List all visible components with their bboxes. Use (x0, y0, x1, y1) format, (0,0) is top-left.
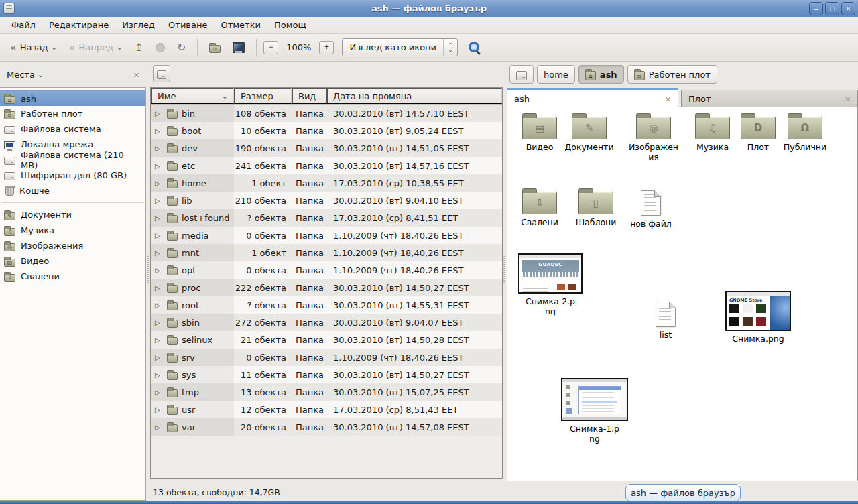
expander-icon[interactable]: ▷ (155, 162, 163, 170)
pathbar-button-Работен плот[interactable]: Работен плот (627, 65, 717, 84)
column-header-size[interactable]: Размер (234, 88, 292, 104)
row-date: 30.03.2010 (вт) 14,50,27 EEST (326, 279, 502, 296)
file-item-newfile[interactable]: нов файл (621, 188, 680, 229)
sidebar-place-item[interactable]: Документи (0, 207, 145, 223)
table-row[interactable]: ▷ selinux 21 обекта Папка 30.03.2010 (вт… (151, 331, 502, 349)
table-row[interactable]: ▷ proc 222 обекта Папка 30.03.2010 (вт) … (151, 279, 502, 296)
expander-icon[interactable]: ▷ (155, 424, 163, 431)
table-row[interactable]: ▷ boot 10 обекта Папка 30.03.2010 (вт) 9… (151, 122, 502, 139)
up-button[interactable]: ↥ (129, 39, 147, 56)
computer-button[interactable] (228, 39, 249, 56)
expander-icon[interactable]: ▷ (155, 267, 163, 274)
table-row[interactable]: ▷ mnt 1 обект Папка 1.10.2009 (чт) 18,40… (151, 244, 502, 261)
file-item-documents[interactable]: ✎ Документи (560, 111, 619, 152)
column-header-type[interactable]: Вид (292, 88, 326, 104)
expander-icon[interactable]: ▷ (155, 319, 163, 326)
close-button[interactable]: × (841, 2, 855, 15)
expander-icon[interactable]: ▷ (155, 406, 163, 414)
expander-icon[interactable]: ▷ (155, 302, 163, 309)
sidebar-place-item[interactable]: Работен плот (0, 106, 145, 121)
table-row[interactable]: ▷ tmp 13 обекта Папка 30.03.2010 (вт) 15… (151, 383, 502, 401)
pathbar-button-home[interactable]: home (537, 65, 575, 84)
menu-item-Редактиране[interactable]: Редактиране (43, 19, 115, 32)
file-item-snimka[interactable]: GNOME Store Снимка.png (721, 291, 796, 344)
sidebar-place-item[interactable]: ash (0, 90, 145, 106)
tab-ash[interactable]: ash × (507, 88, 678, 107)
forward-button[interactable]: » Напред ⌄ (64, 39, 127, 56)
file-item-downloads[interactable]: ⇩ Свалени (510, 186, 569, 227)
expander-icon[interactable]: ▷ (155, 145, 163, 152)
table-row[interactable]: ▷ srv 0 обекта Папка 1.10.2009 (чт) 18,4… (151, 349, 502, 366)
expander-icon[interactable]: ▷ (155, 284, 163, 292)
file-item-public[interactable]: Ω Публични (776, 111, 835, 152)
view-mode-select[interactable]: Изглед като икони ⌃⌄ (342, 38, 458, 56)
home-button[interactable] (204, 39, 225, 56)
sidebar-place-item[interactable]: Кошче (0, 183, 145, 198)
table-row[interactable]: ▷ etc 241 обекта Папка 30.03.2010 (вт) 1… (151, 157, 502, 174)
sidebar-place-item[interactable]: Шифриран дял (80 GB) (0, 168, 145, 183)
sidebar-close-icon[interactable]: × (133, 69, 139, 80)
minimize-button[interactable]: – (809, 2, 823, 15)
table-row[interactable]: ▷ media 0 обекта Папка 1.10.2009 (чт) 18… (151, 227, 502, 244)
table-row[interactable]: ▷ home 1 обект Папка 17.03.2010 (ср) 10,… (151, 174, 502, 192)
file-item-snimka2[interactable]: GUADEC Снимка-2.png (513, 253, 588, 316)
table-row[interactable]: ▷ sbin 272 обекта Папка 30.03.2010 (вт) … (151, 314, 502, 331)
text-file-icon (656, 302, 676, 327)
place-label: Свалени (21, 271, 60, 281)
expander-icon[interactable]: ▷ (155, 197, 163, 204)
file-item-list[interactable]: list (636, 299, 695, 340)
expander-icon[interactable]: ▷ (155, 354, 163, 361)
back-button[interactable]: « Назад ⌄ (5, 39, 62, 56)
tab-close-icon[interactable]: × (665, 93, 671, 105)
table-row[interactable]: ▷ sys 11 обекта Папка 30.03.2010 (вт) 14… (151, 366, 502, 383)
sidebar-title[interactable]: Места (7, 70, 35, 80)
taskbar-window-button[interactable]: ash — файлов браузър (625, 484, 741, 501)
sidebar-place-item[interactable]: Видео (0, 253, 145, 269)
zoom-in-button[interactable]: + (319, 41, 334, 54)
menu-item-Файл[interactable]: Файл (5, 19, 42, 32)
file-item-templates[interactable]: ▯ Шаблони (566, 186, 625, 227)
table-row[interactable]: ▷ lost+found ? обекта Папка 17.03.2010 (… (151, 209, 502, 227)
file-item-images[interactable]: ◎ Изображения (624, 111, 683, 162)
column-header-date[interactable]: Дата на промяна (326, 88, 502, 104)
tab-Плот[interactable]: Плот × (681, 90, 858, 107)
expander-icon[interactable]: ▷ (155, 180, 163, 187)
toolbar: « Назад ⌄ » Напред ⌄ ↥ ↻ − 100% + Изглед… (0, 34, 858, 62)
table-row[interactable]: ▷ var 20 обекта Папка 30.03.2010 (вт) 14… (151, 418, 502, 436)
sidebar-place-item[interactable]: Свалени (0, 269, 145, 284)
tab-close-icon[interactable]: × (845, 93, 851, 105)
menu-item-Отметки[interactable]: Отметки (214, 19, 266, 32)
table-row[interactable]: ▷ bin 108 обекта Папка 30.03.2010 (вт) 1… (151, 105, 502, 122)
pathbar-button-root[interactable] (509, 65, 534, 84)
column-header-name[interactable]: Име ⌄ (151, 88, 234, 104)
table-row[interactable]: ▷ dev 190 обекта Папка 30.03.2010 (вт) 1… (151, 139, 502, 157)
expander-icon[interactable]: ▷ (155, 110, 163, 117)
sidebar-place-item[interactable]: Файлова система (210 MB) (0, 152, 145, 168)
sidebar-place-item[interactable]: Файлова система (0, 121, 145, 137)
maximize-button[interactable]: □ (825, 2, 839, 15)
table-row[interactable]: ▷ lib 210 обекта Папка 30.03.2010 (вт) 9… (151, 192, 502, 209)
icon-view[interactable]: ▤ Видео ✎ Документи ◎ Изображения ♫ Музи… (507, 107, 858, 481)
table-row[interactable]: ▷ root ? обекта Папка 30.03.2010 (вт) 14… (151, 296, 502, 314)
expander-icon[interactable]: ▷ (155, 214, 163, 222)
reload-button[interactable]: ↻ (172, 39, 190, 56)
menu-item-Отиване[interactable]: Отиване (162, 19, 213, 32)
table-row[interactable]: ▷ opt 0 обекта Папка 1.10.2009 (чт) 18,4… (151, 261, 502, 279)
stop-button[interactable] (151, 40, 170, 56)
expander-icon[interactable]: ▷ (155, 232, 163, 239)
expander-icon[interactable]: ▷ (155, 127, 163, 135)
table-row[interactable]: ▷ usr 12 обекта Папка 17.03.2010 (ср) 8,… (151, 401, 502, 418)
file-item-snimka1[interactable]: Снимка-1.png (557, 378, 632, 444)
expander-icon[interactable]: ▷ (155, 389, 163, 396)
expander-icon[interactable]: ▷ (155, 371, 163, 379)
search-icon[interactable] (469, 42, 481, 54)
expander-icon[interactable]: ▷ (155, 336, 163, 344)
zoom-out-button[interactable]: − (263, 41, 278, 54)
menu-item-Помощ[interactable]: Помощ (268, 19, 312, 32)
sidebar-place-item[interactable]: Музика (0, 223, 145, 238)
expander-icon[interactable]: ▷ (155, 249, 163, 257)
sidebar-place-item[interactable]: Изображения (0, 238, 145, 253)
pathbar-button-ash[interactable]: ash (578, 65, 624, 84)
menu-item-Изглед[interactable]: Изглед (116, 19, 161, 32)
tree-root-button[interactable] (153, 65, 170, 82)
